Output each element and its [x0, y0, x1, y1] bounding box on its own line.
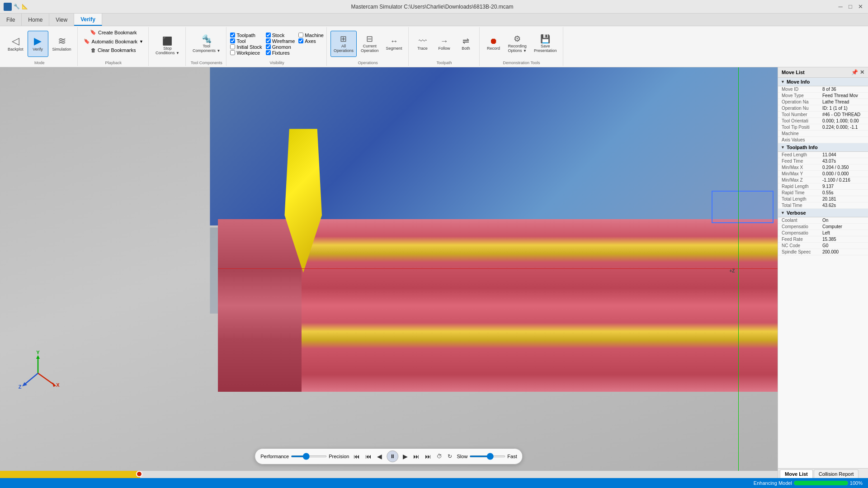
wireframe-checkbox[interactable] [266, 38, 271, 43]
initial-stock-cb-label: Initial Stock [236, 44, 262, 50]
axes-checkbox[interactable] [298, 38, 303, 43]
backplot-label: Backplot [8, 47, 24, 52]
segment-button[interactable]: ↔ Segment [383, 31, 406, 57]
simulation-button[interactable]: ≋ Simulation [49, 31, 75, 57]
step-back-button[interactable]: ⏮ [364, 452, 373, 461]
toolpath-checkbox[interactable] [230, 33, 235, 38]
skip-to-end-button[interactable]: ⏭ [424, 452, 432, 461]
minimize-button[interactable]: ─ [836, 3, 844, 11]
trace-icon: 〰 [419, 37, 427, 45]
collision-report-tab[interactable]: Collision Report [814, 469, 859, 478]
refresh-button[interactable]: ↻ [447, 452, 453, 460]
logo-icon [4, 3, 12, 11]
tool-comp-items: 🔩 ToolComponents ▼ [189, 28, 223, 60]
step-forward-button[interactable]: ⏭ [412, 452, 420, 461]
follow-icon: → [440, 37, 448, 45]
horizontal-red-line [218, 268, 778, 269]
backplot-button[interactable]: ◁ Backplot [5, 31, 27, 57]
speed-slider[interactable] [469, 455, 505, 457]
gnomon-checkbox[interactable] [266, 44, 271, 49]
all-operations-button[interactable]: ⊞ AllOperations [330, 31, 357, 57]
stock-checkbox[interactable] [266, 33, 271, 38]
verbose-header[interactable]: ▼ Verbose [778, 209, 868, 217]
machine-checkbox-row: Machine [298, 33, 324, 38]
auto-bookmark-button[interactable]: 🔖 Automatic Bookmark ▼ [81, 37, 146, 46]
maximize-button[interactable]: □ [846, 3, 854, 11]
segment-label: Segment [386, 46, 402, 51]
current-op-icon: ⊟ [366, 35, 373, 43]
total-time-row: Total Time 43.62s [778, 202, 868, 209]
clear-bookmarks-button[interactable]: 🗑 Clear Bookmarks [89, 46, 138, 54]
current-op-label: CurrentOperation [361, 44, 379, 53]
tool-orient-label: Tool Orientati [782, 118, 822, 123]
save-presentation-button[interactable]: 💾 SavePresentation [531, 31, 560, 57]
both-button[interactable]: ⇌ Both [456, 31, 476, 57]
feed-length-label: Feed Length [782, 152, 822, 157]
initial-stock-checkbox[interactable] [230, 44, 235, 49]
progress-bar-container[interactable] [0, 471, 778, 478]
app-logo: 🔧 📐 [4, 3, 28, 11]
panel-close-icon[interactable]: ✕ [860, 69, 864, 75]
move-list-tab[interactable]: Move List [780, 469, 813, 478]
create-bookmark-button[interactable]: 🔖 Create Bookmark [88, 28, 139, 37]
toolpath-info-header[interactable]: ▼ Toolpath Info [778, 143, 868, 152]
gnomon-cb-label: Gnomon [272, 44, 291, 50]
next-button[interactable]: ▶ [402, 452, 409, 461]
fixtures-checkbox[interactable] [266, 50, 271, 55]
skip-to-start-button[interactable]: ⏮ [353, 452, 361, 461]
follow-button[interactable]: → Follow [434, 31, 455, 57]
performance-slider[interactable] [291, 455, 327, 457]
thread-18 [706, 219, 730, 392]
workpiece-checkbox[interactable] [230, 50, 235, 55]
tab-file[interactable]: File [0, 14, 22, 26]
move-type-row: Move Type Feed Thread Mov [778, 93, 868, 99]
minmax-z-value: -1.100 / 0.216 [822, 178, 850, 183]
stop-label: StopConditions ▼ [156, 46, 179, 55]
tab-verify[interactable]: Verify [74, 14, 102, 26]
playback-group-label: Playback [81, 60, 146, 65]
svg-text:Y: Y [37, 351, 40, 355]
spindle-speed-label: Spindle Speec [782, 249, 822, 254]
tool-comp-group-label: Tool Components [189, 60, 223, 65]
tool-components-button[interactable]: 🔩 ToolComponents ▼ [189, 31, 223, 57]
current-operation-button[interactable]: ⊟ CurrentOperation [358, 31, 382, 57]
auto-bm-label: Automatic Bookmark [92, 39, 137, 44]
tab-view[interactable]: View [49, 14, 74, 26]
feed-rate-label: Feed Rate [782, 237, 822, 242]
record-button[interactable]: ⏺ Record [483, 31, 504, 57]
vis-col-2: Stock Wireframe Gnomon Fixtures [266, 33, 295, 56]
thread-15 [635, 219, 659, 392]
enhancing-label: Enhancing Model [754, 480, 792, 486]
tool-checkbox[interactable] [230, 38, 235, 43]
window-controls: ─ □ ✕ [836, 3, 864, 11]
panel-header-icons: 📌 ✕ [851, 69, 864, 75]
verbose-section: ▼ Verbose Coolant On Compensatio Compute… [778, 209, 868, 255]
ribbon-group-operations: ⊞ AllOperations ⊟ CurrentOperation ↔ Seg… [328, 27, 409, 66]
prev-button[interactable]: ◀ [376, 452, 383, 461]
stop-conditions-button[interactable]: ⬛ StopConditions ▼ [152, 33, 183, 59]
feed-rate-value: 15.385 [822, 237, 836, 242]
tool-number-row: Tool Number #46 - OD THREAD [778, 112, 868, 118]
nc-code-label: NC Code [782, 243, 822, 248]
recording-options-button[interactable]: ⚙ RecordingOptions ▼ [505, 31, 530, 57]
coolant-row: Coolant On [778, 217, 868, 224]
pause-button[interactable]: ⏸ [387, 450, 398, 462]
thread-12 [563, 219, 587, 392]
thread-16 [659, 219, 683, 392]
tab-home[interactable]: Home [22, 14, 49, 26]
fast-label: Fast [507, 454, 517, 459]
viewport[interactable]: +Z Y X Z [0, 67, 778, 478]
thread-7 [444, 219, 468, 392]
machine-checkbox[interactable] [298, 33, 303, 38]
thread-19 [730, 219, 754, 392]
panel-pin-icon[interactable]: 📌 [851, 69, 858, 75]
step-mode-button[interactable]: ⏱ [436, 452, 443, 460]
close-button[interactable]: ✕ [856, 3, 864, 11]
stop-items: ⬛ StopConditions ▼ [152, 28, 183, 64]
verify-button[interactable]: ▶ Verify [28, 31, 48, 57]
axes-checkbox-row: Axes [298, 38, 324, 44]
move-info-header[interactable]: ▼ Move Info [778, 78, 868, 86]
move-info-arrow: ▼ [781, 80, 785, 84]
window-title: Mastercam Simulator C:\Users\Charlie\Dow… [28, 4, 836, 10]
trace-button[interactable]: 〰 Trace [412, 31, 433, 57]
